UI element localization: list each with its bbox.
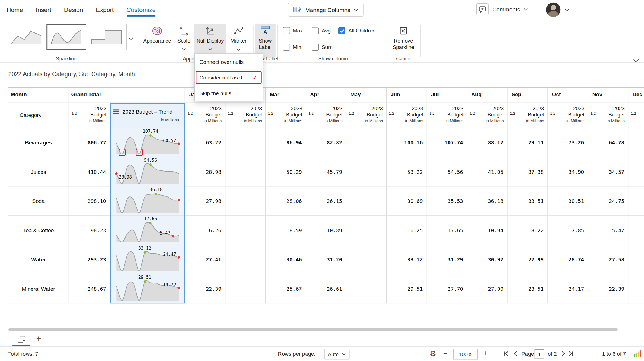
month-header-aug[interactable]: Aug [467,88,507,102]
appearance-button[interactable]: Appearance [141,24,174,58]
menu-item-connect-over-nulls[interactable]: Connect over nulls [195,54,263,70]
zoom-in-button[interactable]: + [484,350,487,357]
show-column-min-checkbox[interactable]: Min [283,44,301,51]
category-header[interactable]: Category [8,102,69,128]
sparkline-type-smooth[interactable] [46,24,87,50]
value-cell[interactable]: 79.11 [508,128,548,157]
value-cell[interactable]: 31.29 [427,245,467,274]
value-cell[interactable]: 33.12 [387,245,427,274]
measure-header-jul[interactable]: 1.22023Budgetin Millions [427,102,467,128]
grand-total-cell[interactable]: 293.23 [69,245,110,274]
month-header-nov[interactable]: Nov [588,88,628,102]
value-cell[interactable]: 28.98 [185,157,225,186]
value-cell[interactable]: 50.29 [266,157,306,186]
value-cell[interactable] [346,186,387,215]
grand-total-measure-header[interactable]: 1.22023Budgetin Millions [69,102,110,128]
value-cell[interactable]: 22.39 [185,274,225,303]
measure-header-sep[interactable]: 1.22023Budgetin Millions [508,102,548,128]
show-label-button[interactable]: A Show Label [255,24,276,58]
value-cell[interactable] [225,186,266,215]
value-cell[interactable]: 53.22 [387,157,427,186]
value-cell[interactable]: 29.51 [387,274,427,303]
month-header-sep[interactable]: Sep [508,88,548,102]
tab-home[interactable]: Home [7,0,23,20]
measure-header-mar[interactable]: 1.22023Budgetin Millions [266,102,306,128]
manage-columns-button[interactable]: Manage Columns [288,3,363,17]
value-cell[interactable]: 45.79 [306,157,346,186]
value-cell[interactable]: 27.41 [185,245,225,274]
category-cell[interactable]: Soda [8,186,69,215]
value-cell[interactable]: 5.47 [588,216,628,245]
month-header-jun[interactable]: Jun [387,88,427,102]
value-cell[interactable]: 30.46 [266,245,306,274]
value-cell[interactable]: 34.90 [548,157,588,186]
horizontal-scrollbar[interactable] [8,328,617,331]
tab-export[interactable]: Export [96,0,114,20]
value-cell[interactable]: 30.51 [548,186,588,215]
null-display-button[interactable]: Null Display [194,24,226,58]
scale-button[interactable]: Scale [174,24,194,58]
value-cell[interactable] [628,186,644,215]
measure-header-may[interactable]: 1.22023Budgetin Millions [346,102,387,128]
hamburger-menu-icon[interactable] [113,109,119,114]
value-cell[interactable]: 64.78 [588,128,628,157]
value-cell[interactable] [225,245,266,274]
value-cell[interactable]: 30.69 [387,186,427,215]
grand-total-cell[interactable]: 410.44 [69,157,110,186]
marker-button[interactable]: Marker [226,24,251,58]
value-cell[interactable] [225,216,266,245]
value-cell[interactable] [628,128,644,157]
month-header-apr[interactable]: Apr [306,88,346,102]
tab-design[interactable]: Design [64,0,83,20]
collapse-ribbon-chevron[interactable] [633,57,639,64]
value-cell[interactable] [628,245,644,274]
sparkline-cell[interactable]: 29.5119.72 [110,274,185,303]
category-cell[interactable]: Beverages [8,128,69,157]
measure-header-apr[interactable]: 1.22023Budgetin Millions [306,102,346,128]
zoom-level[interactable]: 100% [453,349,478,359]
sparkline-cell[interactable]: 33.1224.47 [110,245,185,274]
value-cell[interactable]: 36.18 [467,186,507,215]
remove-sparkline-button[interactable]: Remove Sparkline [387,24,420,58]
value-cell[interactable]: 88.17 [467,128,507,157]
value-cell[interactable]: 86.94 [266,128,306,157]
rows-per-page-select[interactable]: Auto [324,349,349,359]
value-cell[interactable]: 27.99 [508,245,548,274]
sheet-tab-icon[interactable] [17,336,26,343]
grand-total-cell[interactable]: 806.77 [69,128,110,157]
value-cell[interactable]: 63.22 [185,128,225,157]
value-cell[interactable]: 25.67 [266,274,306,303]
value-cell[interactable]: 107.74 [427,128,467,157]
value-cell[interactable]: 30.97 [467,245,507,274]
measure-header-feb[interactable]: 1.22023Budgetin Millions [225,102,266,128]
tab-insert[interactable]: Insert [36,0,51,20]
value-cell[interactable]: 26.15 [306,186,346,215]
value-cell[interactable]: 82.82 [306,128,346,157]
tab-customize[interactable]: Customize [127,0,156,20]
value-cell[interactable] [346,157,387,186]
value-cell[interactable]: 27.70 [427,274,467,303]
value-cell[interactable]: 8.59 [266,216,306,245]
grand-total-cell[interactable]: 248.67 [69,274,110,303]
value-cell[interactable] [346,216,387,245]
gallery-expand-chevron[interactable] [129,35,133,42]
value-cell[interactable]: 8.22 [508,216,548,245]
sparkline-cell[interactable]: 107.7460.57 [110,128,185,157]
sparkline-cell[interactable]: 54.5628.98 [110,157,185,186]
value-cell[interactable]: 54.56 [427,157,467,186]
sparkline-cell[interactable]: 36.18 [110,186,185,215]
value-cell[interactable]: 24.75 [588,186,628,215]
value-cell[interactable]: 27.58 [588,245,628,274]
value-cell[interactable] [225,274,266,303]
comments-button[interactable]: Comments [476,3,528,15]
value-cell[interactable] [628,274,644,303]
value-cell[interactable]: 6.26 [185,216,225,245]
value-cell[interactable] [346,128,387,157]
category-cell[interactable]: Water [8,245,69,274]
zoom-out-button[interactable]: − [443,350,447,357]
value-cell[interactable]: 24.17 [548,274,588,303]
settings-gear-icon[interactable]: ⚙ [430,349,437,358]
value-cell[interactable] [225,128,266,157]
show-column-sum-checkbox[interactable]: Sum [312,44,333,51]
value-cell[interactable]: 100.16 [387,128,427,157]
